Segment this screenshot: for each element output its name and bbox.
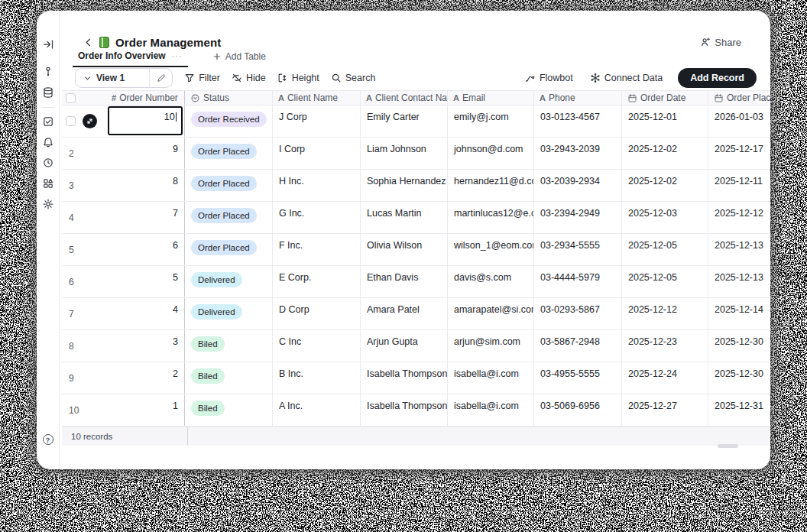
cell-email[interactable]: amarapatel@si.com <box>448 298 534 329</box>
cell-contact[interactable]: Arjun Gupta <box>361 330 448 362</box>
add-record-button[interactable]: Add Record <box>678 68 757 88</box>
cell-phone[interactable]: 03-2934-5555 <box>534 234 622 265</box>
search-button[interactable]: Search <box>331 73 376 83</box>
help-icon[interactable]: ? <box>43 434 53 445</box>
cell-email[interactable]: wilson_1@eom.com <box>448 234 534 265</box>
cell-phone[interactable]: 03-2943-2039 <box>534 138 622 169</box>
cell-contact[interactable]: Isabella Thompson <box>361 394 448 426</box>
cell-email[interactable]: martinlucas12@e.com <box>448 202 534 233</box>
cell-order_number[interactable]: 10 <box>106 105 185 137</box>
cell-email[interactable]: hernandez11@d.com <box>448 170 534 201</box>
cell-order_number[interactable]: 9 <box>106 138 185 169</box>
cell-contact[interactable]: Olivia Wilson <box>361 234 448 265</box>
cell-phone[interactable]: 03-4444-5979 <box>534 266 622 297</box>
cell-placement_date[interactable]: 2025-12-13 <box>708 234 770 265</box>
cell-status[interactable]: Biled <box>185 394 273 426</box>
sidebar-database-icon[interactable] <box>41 86 55 99</box>
cell-phone[interactable]: 03-5867-2948 <box>534 330 622 362</box>
cell-client[interactable]: E Corp. <box>273 266 361 297</box>
back-button[interactable] <box>83 37 94 48</box>
column-header-phone[interactable]: APhone <box>534 91 622 105</box>
editing-cell[interactable]: 10 <box>108 106 183 135</box>
cell-email[interactable]: isabella@i.com <box>448 394 534 426</box>
cell-email[interactable]: emily@j.com <box>448 105 534 137</box>
cell-phone[interactable]: 03-2039-2934 <box>534 170 622 201</box>
cell-order_number[interactable]: 2 <box>106 362 185 394</box>
cell-contact[interactable]: Liam Johnson <box>361 138 448 169</box>
row-height-button[interactable]: Height <box>277 73 319 83</box>
cell-order_date[interactable]: 2025-12-03 <box>622 202 708 233</box>
share-button[interactable]: Share <box>700 37 741 48</box>
sidebar-apps-icon[interactable] <box>41 177 55 190</box>
cell-order_date[interactable]: 2025-12-02 <box>622 170 708 201</box>
cell-client[interactable]: F Inc. <box>273 234 361 265</box>
cell-order_number[interactable]: 3 <box>106 330 185 362</box>
cell-order_date[interactable]: 2025-12-27 <box>622 394 708 426</box>
column-header-client[interactable]: AClient Name <box>273 91 361 105</box>
cell-email[interactable]: davis@s.com <box>448 266 534 297</box>
cell-status[interactable]: Biled <box>185 330 273 362</box>
cell-client[interactable]: C Inc <box>273 330 361 362</box>
cell-contact[interactable]: Isabella Thompson <box>361 362 448 394</box>
sidebar-tasks-icon[interactable] <box>41 115 55 128</box>
add-table-button[interactable]: Add Table <box>212 50 266 62</box>
cell-placement_date[interactable]: 2025-12-12 <box>708 202 770 233</box>
cell-client[interactable]: B Inc. <box>273 362 361 394</box>
cell-phone[interactable]: 03-2394-2949 <box>534 202 622 233</box>
cell-status[interactable]: Order Placed <box>185 234 273 265</box>
cell-client[interactable]: I Corp <box>273 138 361 169</box>
cell-client[interactable]: J Corp <box>273 105 361 137</box>
cell-contact[interactable]: Amara Patel <box>361 298 448 329</box>
flowbot-button[interactable]: Flowbot <box>525 73 573 83</box>
cell-email[interactable]: arjun@sim.com <box>448 330 534 362</box>
cell-status[interactable]: Order Received <box>185 105 273 137</box>
cell-order_date[interactable]: 2025-12-12 <box>622 298 708 329</box>
sidebar-collapse-icon[interactable] <box>41 37 55 51</box>
cell-order_number[interactable]: 7 <box>106 202 185 233</box>
cell-order_date[interactable]: 2025-12-01 <box>622 105 708 137</box>
column-header-contact[interactable]: AClient Contact Name <box>361 91 448 105</box>
cell-placement_date[interactable]: 2025-12-11 <box>708 170 770 201</box>
cell-status[interactable]: Order Placed <box>185 138 273 169</box>
rename-view-button[interactable] <box>149 69 172 87</box>
cell-order_date[interactable]: 2025-12-24 <box>622 362 708 394</box>
cell-client[interactable]: G Inc. <box>273 202 361 233</box>
cell-status[interactable]: Biled <box>185 362 273 394</box>
cell-placement_date[interactable]: 2025-12-30 <box>708 330 770 362</box>
cell-placement_date[interactable]: 2025-12-31 <box>708 394 770 426</box>
cell-phone[interactable]: 03-0293-5867 <box>534 298 622 329</box>
cell-order_number[interactable]: 8 <box>106 170 185 201</box>
cell-phone[interactable]: 03-5069-6956 <box>534 394 622 426</box>
cell-contact[interactable]: Sophia Hernandez <box>361 170 448 201</box>
cell-placement_date[interactable]: 2025-12-30 <box>708 362 770 394</box>
cell-status[interactable]: Order Placed <box>185 202 273 233</box>
tab-order-info-overview[interactable]: Order Info Overview ··· <box>73 50 188 67</box>
sidebar-automation-icon[interactable] <box>41 65 55 79</box>
cell-client[interactable]: A Inc. <box>273 394 361 426</box>
cell-client[interactable]: D Corp <box>273 298 361 329</box>
column-header-order_number[interactable]: #Order Number <box>106 91 185 105</box>
cell-email[interactable]: isabella@i.com <box>448 362 534 394</box>
sidebar-history-icon[interactable] <box>41 156 55 170</box>
column-header-status[interactable]: Status <box>185 91 273 105</box>
cell-order_number[interactable]: 5 <box>106 266 185 297</box>
cell-order_number[interactable]: 1 <box>106 394 185 426</box>
cell-email[interactable]: johnson@d.com <box>448 138 534 169</box>
select-all-checkbox[interactable] <box>66 93 76 103</box>
horizontal-scrollbar-thumb[interactable] <box>718 444 738 448</box>
cell-phone[interactable]: 03-4955-5555 <box>534 362 622 394</box>
column-header-order_date[interactable]: Order Date <box>622 91 708 105</box>
cell-order_date[interactable]: 2025-12-05 <box>622 234 708 265</box>
row-checkbox[interactable] <box>66 116 76 126</box>
cell-order_number[interactable]: 6 <box>106 234 185 265</box>
filter-button[interactable]: Filter <box>184 73 220 83</box>
cell-status[interactable]: Delivered <box>185 298 273 329</box>
cell-order_date[interactable]: 2025-12-05 <box>622 266 708 297</box>
cell-status[interactable]: Order Placed <box>185 170 273 201</box>
expand-record-button[interactable] <box>83 114 97 128</box>
sidebar-settings-icon[interactable] <box>41 197 55 211</box>
cell-status[interactable]: Delivered <box>185 266 273 297</box>
column-header-email[interactable]: AEmail <box>448 91 534 105</box>
cell-order_number[interactable]: 4 <box>106 298 185 329</box>
sidebar-notifications-icon[interactable] <box>41 135 55 149</box>
